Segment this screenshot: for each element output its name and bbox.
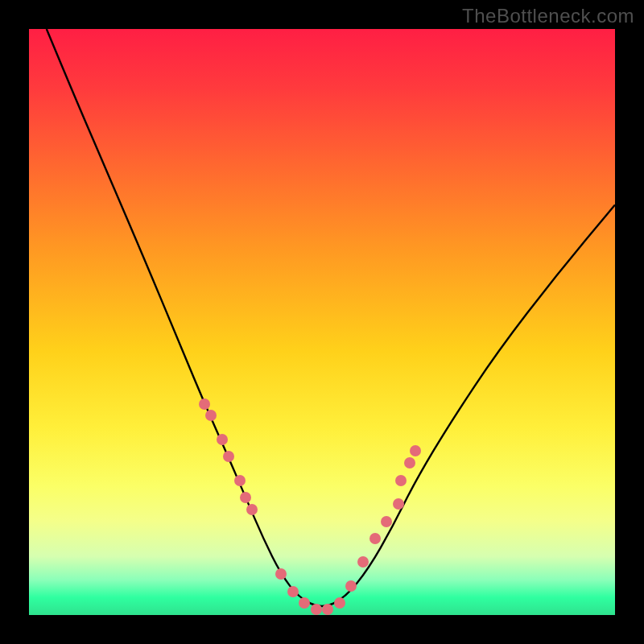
curve-svg xyxy=(29,29,615,615)
sample-dot xyxy=(345,580,357,592)
plot-area xyxy=(29,29,615,615)
sample-dot xyxy=(311,604,322,615)
bottleneck-curve xyxy=(47,29,615,606)
sample-dot xyxy=(322,604,333,615)
sample-dot xyxy=(223,451,234,462)
sample-dot xyxy=(395,475,407,486)
sample-dot xyxy=(404,457,415,469)
sample-dot xyxy=(217,434,228,445)
sample-dot xyxy=(246,504,258,515)
chart-stage: TheBottleneck.com xyxy=(0,0,644,644)
sample-dot xyxy=(240,492,251,503)
sample-dot xyxy=(393,498,404,510)
sample-dot xyxy=(299,597,310,609)
sample-dot xyxy=(334,597,345,609)
sample-dot xyxy=(205,410,217,421)
sample-dot xyxy=(369,533,381,544)
sample-dot xyxy=(410,445,421,456)
sample-dot xyxy=(357,556,369,568)
watermark-text: TheBottleneck.com xyxy=(462,5,634,27)
sample-dot xyxy=(275,568,287,580)
sample-dot xyxy=(199,398,210,410)
sample-dot xyxy=(234,475,246,486)
sample-dot xyxy=(287,586,299,597)
sample-dot xyxy=(381,516,392,527)
